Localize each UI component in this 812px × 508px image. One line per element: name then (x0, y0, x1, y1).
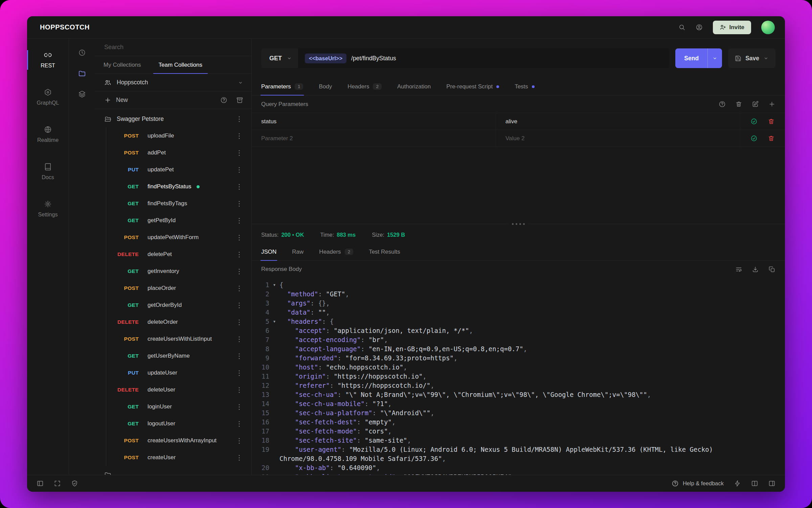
request-item[interactable]: POSTcreateUser⋮ (106, 449, 251, 466)
team-selector[interactable]: Hoppscotch (95, 74, 251, 91)
request-item[interactable]: POSTupdatePetWithForm⋮ (106, 229, 251, 246)
import-export-button[interactable] (236, 97, 243, 104)
request-item[interactable]: POSTcreateUsersWithArrayInput⋮ (106, 432, 251, 449)
request-item[interactable]: DELETEdeleteUser⋮ (106, 381, 251, 398)
request-options-button[interactable]: ⋮ (234, 166, 244, 173)
request-options-button[interactable]: ⋮ (234, 369, 244, 376)
params-add-button[interactable] (768, 101, 775, 108)
collection-folder-cutoff[interactable] (95, 466, 251, 475)
request-item[interactable]: POSTplaceOrder⋮ (106, 280, 251, 297)
params-bulk-edit-button[interactable] (752, 101, 759, 108)
toggle-sidebar-button[interactable] (37, 480, 44, 487)
nav-item-graphql[interactable]: GraphQL (27, 79, 69, 116)
nav-item-rest[interactable]: REST (27, 41, 69, 79)
request-item[interactable]: GETlogoutUser⋮ (106, 415, 251, 432)
wrap-lines-button[interactable] (735, 266, 742, 273)
history-tab[interactable] (78, 49, 86, 57)
tab-body[interactable]: Body (319, 78, 332, 95)
request-options-button[interactable]: ⋮ (234, 234, 244, 241)
collection-folder[interactable]: Swagger Petstore ⋮ (95, 110, 251, 127)
request-options-button[interactable]: ⋮ (234, 268, 244, 275)
request-item[interactable]: DELETEdeleteOrder⋮ (106, 314, 251, 331)
request-item[interactable]: POSTcreateUsersWithListInput⋮ (106, 331, 251, 347)
param-key-input[interactable]: status (252, 113, 496, 130)
request-options-button[interactable]: ⋮ (234, 302, 244, 309)
request-options-button[interactable]: ⋮ (234, 386, 244, 393)
request-item[interactable]: GETgetOrderById⋮ (106, 297, 251, 314)
save-button[interactable]: Save (728, 48, 775, 68)
request-item[interactable]: GETfindPetsByStatus⋮ (106, 178, 251, 195)
expand-view-button[interactable] (54, 480, 61, 487)
tab-raw[interactable]: Raw (292, 243, 303, 260)
request-item[interactable]: GETgetPetById⋮ (106, 212, 251, 229)
request-options-button[interactable]: ⋮ (234, 454, 244, 461)
request-item[interactable]: PUTupdatePet⋮ (106, 161, 251, 178)
url-input[interactable]: <<baseUrl>> /pet/findByStatus (298, 48, 669, 68)
request-options-button[interactable]: ⋮ (234, 285, 244, 292)
avatar[interactable] (761, 21, 775, 34)
request-options-button[interactable]: ⋮ (234, 132, 244, 139)
request-item[interactable]: POSTuploadFile⋮ (106, 127, 251, 144)
nav-item-settings[interactable]: Settings (27, 190, 69, 228)
collection-search-input[interactable]: Search (95, 39, 251, 56)
send-options-button[interactable] (708, 56, 722, 61)
param-value-input[interactable]: alive (496, 113, 740, 130)
request-options-button[interactable]: ⋮ (234, 251, 244, 258)
new-collection-button[interactable]: New (104, 97, 128, 104)
params-help-button[interactable] (719, 101, 726, 108)
collections-help-button[interactable] (220, 97, 227, 104)
tab-pre-request-script[interactable]: Pre-request Script (446, 78, 499, 95)
request-item[interactable]: GETfindPetsByTags⋮ (106, 195, 251, 212)
request-options-button[interactable]: ⋮ (234, 403, 244, 410)
pane-resize-handle[interactable] (509, 223, 528, 225)
tab-authorization[interactable]: Authorization (397, 78, 431, 95)
request-options-button[interactable]: ⋮ (234, 319, 244, 325)
tab-json[interactable]: JSON (261, 243, 276, 260)
request-item[interactable]: PUTupdateUser⋮ (106, 364, 251, 381)
search-button[interactable] (678, 24, 685, 31)
help-feedback-button[interactable]: Help & feedback (672, 480, 724, 487)
request-options-button[interactable]: ⋮ (234, 420, 244, 427)
request-options-button[interactable]: ⋮ (234, 200, 244, 207)
collections-tab[interactable] (78, 69, 86, 77)
param-delete-button[interactable] (768, 118, 775, 125)
tab-response-headers[interactable]: Headers 2 (319, 243, 353, 260)
params-clear-all-button[interactable] (735, 101, 742, 108)
nav-item-realtime[interactable]: Realtime (27, 116, 69, 153)
param-active-toggle[interactable] (750, 118, 758, 125)
account-button[interactable] (696, 24, 703, 31)
interceptor-button[interactable] (71, 480, 78, 487)
send-button[interactable]: Send (675, 48, 722, 68)
param-value-input[interactable]: Value 2 (496, 130, 740, 147)
shortcuts-button[interactable] (734, 480, 741, 487)
copy-response-button[interactable] (768, 266, 775, 273)
request-options-button[interactable]: ⋮ (234, 353, 244, 359)
param-active-toggle[interactable] (750, 135, 758, 142)
request-options-button[interactable]: ⋮ (234, 336, 244, 342)
method-select[interactable]: GET (261, 48, 298, 68)
tab-parameters[interactable]: Parameters 1 (261, 78, 303, 95)
tab-tests[interactable]: Tests (515, 78, 535, 95)
invite-button[interactable]: Invite (713, 21, 751, 34)
nav-item-docs[interactable]: Docs (27, 153, 69, 190)
request-item[interactable]: DELETEdeletePet⋮ (106, 246, 251, 263)
tab-test-results[interactable]: Test Results (369, 243, 400, 260)
request-item[interactable]: GETloginUser⋮ (106, 398, 251, 415)
request-options-button[interactable]: ⋮ (234, 437, 244, 444)
tab-headers[interactable]: Headers 2 (347, 78, 382, 95)
tab-my-collections[interactable]: My Collections (95, 56, 150, 73)
download-response-button[interactable] (752, 266, 759, 273)
request-item[interactable]: GETgetUserByName⋮ (106, 347, 251, 364)
response-body-code[interactable]: 1▾{2 "method": "GET",3 "args": {},4 "dat… (252, 278, 785, 475)
param-key-input[interactable]: Parameter 2 (252, 130, 496, 147)
environments-tab[interactable] (78, 90, 86, 98)
request-options-button[interactable]: ⋮ (234, 149, 244, 156)
request-options-button[interactable]: ⋮ (234, 217, 244, 224)
folder-options-button[interactable]: ⋮ (234, 115, 244, 122)
request-item[interactable]: POSTaddPet⋮ (106, 144, 251, 161)
tab-team-collections[interactable]: Team Collections (150, 56, 211, 73)
fold-toggle-icon[interactable]: ▾ (269, 317, 279, 326)
request-options-button[interactable]: ⋮ (234, 183, 244, 190)
column-layout-button[interactable] (751, 480, 758, 487)
fold-toggle-icon[interactable]: ▾ (269, 280, 279, 290)
